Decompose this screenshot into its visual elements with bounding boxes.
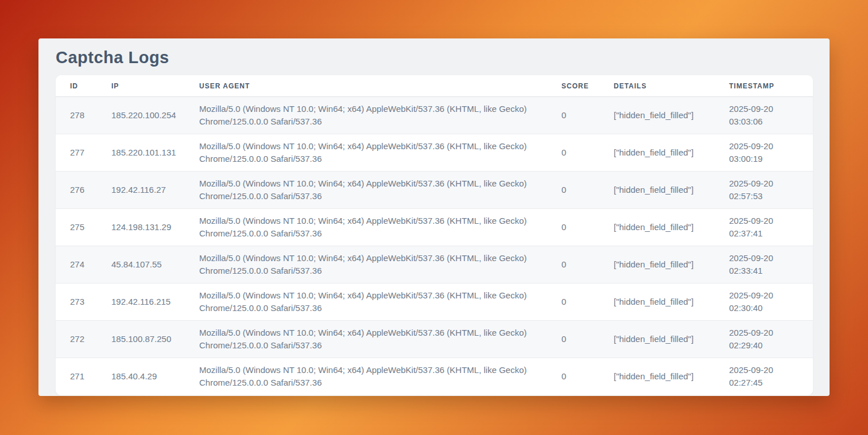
timestamp-time: 02:29:40 — [729, 339, 803, 352]
cell-details: ["hidden_field_filled"] — [614, 358, 729, 395]
timestamp-time: 02:57:53 — [729, 190, 803, 203]
cell-timestamp: 2025-09-20 02:29:40 — [729, 321, 813, 358]
timestamp-date: 2025-09-20 — [729, 215, 803, 227]
cell-timestamp: 2025-09-20 02:30:40 — [729, 283, 813, 321]
cell-score: 0 — [561, 283, 614, 321]
cell-id: 271 — [56, 358, 111, 395]
table-header-row: ID IP USER AGENT SCORE DETAILS TIMESTAMP — [56, 75, 813, 97]
cell-user-agent: Mozilla/5.0 (Windows NT 10.0; Win64; x64… — [199, 321, 561, 358]
table-row: 278 185.220.100.254 Mozilla/5.0 (Windows… — [56, 97, 813, 134]
column-header-id: ID — [56, 75, 111, 97]
page-background: { "page": { "title": "Captcha Logs" }, "… — [0, 0, 868, 435]
cell-score: 0 — [561, 358, 614, 395]
cell-details: ["hidden_field_filled"] — [614, 246, 729, 283]
cell-ip: 185.100.87.250 — [111, 321, 199, 358]
cell-timestamp: 2025-09-20 03:03:06 — [729, 97, 813, 134]
cell-details: ["hidden_field_filled"] — [614, 172, 729, 209]
cell-user-agent: Mozilla/5.0 (Windows NT 10.0; Win64; x64… — [199, 172, 561, 209]
table-row: 274 45.84.107.55 Mozilla/5.0 (Windows NT… — [56, 246, 813, 283]
timestamp-time: 02:37:41 — [729, 227, 803, 240]
cell-user-agent: Mozilla/5.0 (Windows NT 10.0; Win64; x64… — [199, 134, 561, 172]
cell-score: 0 — [561, 172, 614, 209]
timestamp-time: 02:27:45 — [729, 376, 803, 389]
cell-id: 276 — [56, 172, 111, 209]
cell-id: 274 — [56, 246, 111, 283]
cell-score: 0 — [561, 246, 614, 283]
table-row: 272 185.100.87.250 Mozilla/5.0 (Windows … — [56, 321, 813, 358]
timestamp-time: 03:00:19 — [729, 153, 803, 165]
captcha-logs-card: Captcha Logs ID IP USER AGENT SCORE DETA… — [38, 38, 830, 396]
timestamp-date: 2025-09-20 — [729, 364, 803, 376]
captcha-logs-table-container: ID IP USER AGENT SCORE DETAILS TIMESTAMP… — [56, 75, 813, 395]
timestamp-date: 2025-09-20 — [729, 327, 803, 339]
table-row: 277 185.220.101.131 Mozilla/5.0 (Windows… — [56, 134, 813, 172]
cell-user-agent: Mozilla/5.0 (Windows NT 10.0; Win64; x64… — [199, 246, 561, 283]
timestamp-date: 2025-09-20 — [729, 289, 803, 302]
page-title: Captcha Logs — [56, 48, 813, 67]
table-header: ID IP USER AGENT SCORE DETAILS TIMESTAMP — [56, 75, 813, 97]
timestamp-time: 02:30:40 — [729, 302, 803, 314]
timestamp-time: 02:33:41 — [729, 265, 803, 277]
cell-details: ["hidden_field_filled"] — [614, 321, 729, 358]
column-header-user-agent: USER AGENT — [199, 75, 561, 97]
cell-score: 0 — [561, 321, 614, 358]
timestamp-time: 03:03:06 — [729, 115, 803, 128]
column-header-score: SCORE — [561, 75, 614, 97]
cell-details: ["hidden_field_filled"] — [614, 283, 729, 321]
cell-user-agent: Mozilla/5.0 (Windows NT 10.0; Win64; x64… — [199, 358, 561, 395]
table-row: 271 185.40.4.29 Mozilla/5.0 (Windows NT … — [56, 358, 813, 395]
cell-ip: 45.84.107.55 — [111, 246, 199, 283]
cell-timestamp: 2025-09-20 02:33:41 — [729, 246, 813, 283]
cell-id: 275 — [56, 209, 111, 246]
table-row: 276 192.42.116.27 Mozilla/5.0 (Windows N… — [56, 172, 813, 209]
column-header-timestamp: TIMESTAMP — [729, 75, 813, 97]
timestamp-date: 2025-09-20 — [729, 140, 803, 153]
timestamp-date: 2025-09-20 — [729, 177, 803, 190]
table-body: 278 185.220.100.254 Mozilla/5.0 (Windows… — [56, 97, 813, 395]
column-header-ip: IP — [111, 75, 199, 97]
cell-details: ["hidden_field_filled"] — [614, 209, 729, 246]
cell-timestamp: 2025-09-20 02:57:53 — [729, 172, 813, 209]
cell-ip: 185.220.100.254 — [111, 97, 199, 134]
cell-timestamp: 2025-09-20 02:37:41 — [729, 209, 813, 246]
cell-details: ["hidden_field_filled"] — [614, 134, 729, 172]
cell-user-agent: Mozilla/5.0 (Windows NT 10.0; Win64; x64… — [199, 209, 561, 246]
cell-timestamp: 2025-09-20 02:27:45 — [729, 358, 813, 395]
cell-ip: 192.42.116.27 — [111, 172, 199, 209]
cell-timestamp: 2025-09-20 03:00:19 — [729, 134, 813, 172]
table-row: 273 192.42.116.215 Mozilla/5.0 (Windows … — [56, 283, 813, 321]
cell-user-agent: Mozilla/5.0 (Windows NT 10.0; Win64; x64… — [199, 283, 561, 321]
cell-user-agent: Mozilla/5.0 (Windows NT 10.0; Win64; x64… — [199, 97, 561, 134]
cell-ip: 192.42.116.215 — [111, 283, 199, 321]
cell-score: 0 — [561, 134, 614, 172]
cell-id: 272 — [56, 321, 111, 358]
cell-ip: 185.40.4.29 — [111, 358, 199, 395]
timestamp-date: 2025-09-20 — [729, 252, 803, 265]
cell-score: 0 — [561, 209, 614, 246]
timestamp-date: 2025-09-20 — [729, 103, 803, 115]
column-header-details: DETAILS — [614, 75, 729, 97]
table-row: 275 124.198.131.29 Mozilla/5.0 (Windows … — [56, 209, 813, 246]
cell-ip: 124.198.131.29 — [111, 209, 199, 246]
cell-score: 0 — [561, 97, 614, 134]
cell-ip: 185.220.101.131 — [111, 134, 199, 172]
cell-id: 278 — [56, 97, 111, 134]
captcha-logs-table: ID IP USER AGENT SCORE DETAILS TIMESTAMP… — [56, 75, 813, 395]
cell-id: 273 — [56, 283, 111, 321]
cell-details: ["hidden_field_filled"] — [614, 97, 729, 134]
cell-id: 277 — [56, 134, 111, 172]
